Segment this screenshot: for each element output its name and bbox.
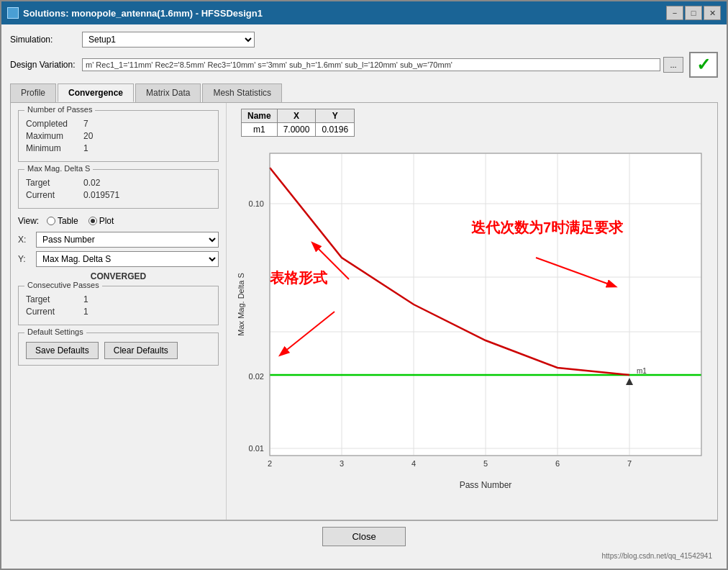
tab-convergence[interactable]: Convergence <box>58 83 134 102</box>
clear-defaults-button[interactable]: Clear Defaults <box>104 342 178 359</box>
watermark: https://blog.csdn.net/qq_41542941 <box>10 552 718 561</box>
marker-x-header: X <box>277 109 316 123</box>
tab-matrix-data[interactable]: Matrix Data <box>135 83 201 102</box>
x-axis-select[interactable]: Pass Number <box>36 232 219 248</box>
marker-x-value: 7.0000 <box>277 123 316 137</box>
completed-row: Completed 7 <box>26 119 211 129</box>
window-title: Solutions: monopole_antenna(1.6mm) - HFS… <box>23 8 263 19</box>
checkmark-box: ✓ <box>689 52 718 78</box>
checkmark-icon: ✓ <box>696 55 711 75</box>
maximum-label: Maximum <box>26 131 83 141</box>
minimum-label: Minimum <box>26 143 83 153</box>
marker-y-value: 0.0196 <box>316 123 355 137</box>
number-of-passes-title: Number of Passes <box>24 105 95 114</box>
svg-text:2: 2 <box>268 459 272 468</box>
simulation-select[interactable]: Setup1 <box>82 32 255 48</box>
tabs-bar: Profile Convergence Matrix Data Mesh Sta… <box>10 83 718 103</box>
tab-mesh-statistics[interactable]: Mesh Statistics <box>202 83 282 102</box>
table-radio-label[interactable]: Table <box>47 216 78 226</box>
marker-name-header: Name <box>242 109 278 123</box>
design-variation-row: Design Variation: ... ✓ <box>10 52 718 78</box>
svg-text:3: 3 <box>340 459 344 468</box>
default-settings-title: Default Settings <box>24 327 86 336</box>
marker-y-header: Y <box>316 109 355 123</box>
x-axis-label: X: <box>18 235 36 245</box>
max-mag-delta-s-group: Max Mag. Delta S Target 0.02 Current 0.0… <box>18 169 219 209</box>
minimize-button[interactable]: − <box>666 6 683 20</box>
target-row: Target 0.02 <box>26 178 211 188</box>
design-variation-label: Design Variation: <box>10 60 82 70</box>
current-label: Current <box>26 190 83 200</box>
target-value: 0.02 <box>83 178 100 188</box>
svg-text:4: 4 <box>411 459 416 468</box>
design-browse-button[interactable]: ... <box>663 57 683 73</box>
save-defaults-button[interactable]: Save Defaults <box>26 342 99 359</box>
default-buttons: Save Defaults Clear Defaults <box>26 342 211 359</box>
marker-name-value: m1 <box>242 123 278 137</box>
tab-profile[interactable]: Profile <box>10 83 56 102</box>
svg-text:5: 5 <box>483 459 488 468</box>
minimum-row: Minimum 1 <box>26 143 211 153</box>
consec-target-label: Target <box>26 294 83 304</box>
svg-text:6: 6 <box>555 459 560 468</box>
close-button[interactable]: Close <box>322 527 405 546</box>
view-label: View: <box>18 216 47 226</box>
consecutive-passes-group: Consecutive Passes Target 1 Current 1 <box>18 286 219 325</box>
title-bar-left: Solutions: monopole_antenna(1.6mm) - HFS… <box>7 7 263 19</box>
maximize-button[interactable]: □ <box>685 6 702 20</box>
plot-radio-text: Plot <box>99 216 114 226</box>
simulation-row: Simulation: Setup1 <box>10 32 718 48</box>
consec-current-row: Current 1 <box>26 307 211 317</box>
main-area: Number of Passes Completed 7 Maximum 20 … <box>10 103 718 520</box>
consec-current-label: Current <box>26 307 83 317</box>
target-label: Target <box>26 178 83 188</box>
converged-text: CONVERGED <box>18 271 219 281</box>
minimum-value: 1 <box>83 143 88 153</box>
main-window: Solutions: monopole_antenna(1.6mm) - HFS… <box>0 0 728 570</box>
marker-table: Name X Y m1 7.0000 0.0196 <box>241 109 355 137</box>
completed-value: 7 <box>83 119 88 129</box>
plot-radio-label[interactable]: Plot <box>88 216 114 226</box>
simulation-label: Simulation: <box>10 35 82 45</box>
y-axis-row: Y: Max Mag. Delta S <box>18 251 219 267</box>
title-bar-controls: − □ ✕ <box>666 6 721 20</box>
svg-text:0.10: 0.10 <box>249 199 264 208</box>
current-row: Current 0.019571 <box>26 190 211 200</box>
svg-text:Pass Number: Pass Number <box>460 480 512 490</box>
convergence-chart: 0.10 0.02 0.01 2 3 4 5 6 7 Max Mag. Delt… <box>234 146 716 499</box>
svg-text:Max Mag. Delta S: Max Mag. Delta S <box>237 273 245 335</box>
content-area: Simulation: Setup1 Design Variation: ...… <box>1 24 727 569</box>
bottom-bar: Close <box>10 520 718 552</box>
view-row: View: Table Plot <box>18 216 219 226</box>
table-radio[interactable] <box>47 217 55 225</box>
max-mag-delta-s-title: Max Mag. Delta S <box>24 164 93 173</box>
window-icon <box>7 7 19 19</box>
marker-row: m1 7.0000 0.0196 <box>242 123 355 137</box>
consec-current-value: 1 <box>83 307 88 317</box>
default-settings-group: Default Settings Save Defaults Clear Def… <box>18 332 219 366</box>
maximum-row: Maximum 20 <box>26 131 211 141</box>
title-bar: Solutions: monopole_antenna(1.6mm) - HFS… <box>1 1 727 24</box>
maximum-value: 20 <box>83 131 93 141</box>
consec-target-value: 1 <box>83 294 88 304</box>
svg-text:7: 7 <box>627 459 632 468</box>
x-axis-row: X: Pass Number <box>18 232 219 248</box>
svg-text:0.02: 0.02 <box>249 372 264 381</box>
left-panel: Number of Passes Completed 7 Maximum 20 … <box>11 103 227 520</box>
y-axis-label: Y: <box>18 254 36 264</box>
current-value: 0.019571 <box>83 190 119 200</box>
right-panel: Name X Y m1 7.0000 0.0196 <box>227 103 723 520</box>
plot-radio[interactable] <box>88 217 97 225</box>
marker-label: m1 <box>637 367 647 375</box>
y-axis-select[interactable]: Max Mag. Delta S <box>36 251 219 267</box>
completed-label: Completed <box>26 119 83 129</box>
close-window-button[interactable]: ✕ <box>704 6 721 20</box>
consecutive-passes-title: Consecutive Passes <box>24 281 102 289</box>
consec-target-row: Target 1 <box>26 294 211 304</box>
table-radio-text: Table <box>58 216 78 226</box>
number-of-passes-group: Number of Passes Completed 7 Maximum 20 … <box>18 110 219 162</box>
design-variation-input[interactable] <box>82 58 660 71</box>
svg-text:0.01: 0.01 <box>249 444 264 453</box>
